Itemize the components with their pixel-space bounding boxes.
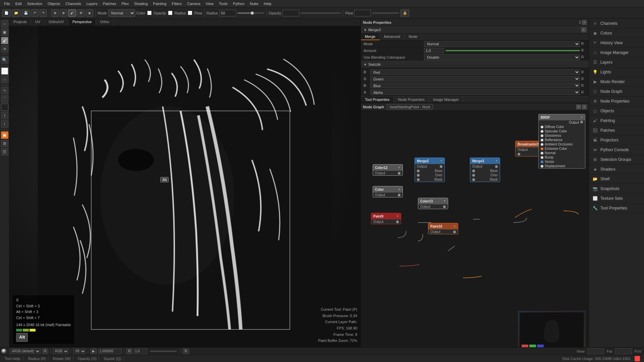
b-reset[interactable]: R	[581, 84, 586, 87]
node-paint9[interactable]: Paint9 + Output	[371, 213, 401, 224]
node-brdf[interactable]: BRDF + Output Diffuse Color Specular Col…	[538, 114, 585, 169]
menu-painting[interactable]: Painting	[150, 1, 169, 6]
opacity-checkbox[interactable]	[147, 11, 152, 15]
main-viewport[interactable]: Alt S Ctrl + Shift + 3 Alt + Shift + 3 C…	[9, 26, 361, 347]
r-btn[interactable]: R	[126, 348, 132, 354]
new-btn[interactable]: 📄	[2, 9, 11, 17]
sidebar-item-projectors[interactable]: 📽 Projectors	[589, 135, 644, 145]
left-btn-square[interactable]: □	[1, 67, 8, 75]
sidebar-item-objects[interactable]: ◻ Objects	[589, 106, 644, 116]
expand-merge3[interactable]: ▼	[364, 28, 367, 32]
mode-reset[interactable]: R	[581, 42, 586, 46]
flow-input[interactable]: 0.11	[354, 10, 371, 16]
opacity-input[interactable]: 1.0	[282, 10, 299, 16]
ng-close-btn[interactable]: ×	[582, 105, 587, 109]
redo-btn[interactable]: ↷	[40, 9, 47, 17]
menu-nuke[interactable]: Nuke	[247, 1, 261, 6]
node-color12[interactable]: Color12 + Output	[373, 164, 403, 176]
menu-edit[interactable]: Edit	[13, 1, 24, 6]
left-btn-select[interactable]: ▣	[1, 28, 8, 36]
tab-node-properties-bottom[interactable]: Node Properties	[394, 97, 429, 103]
left-btn-zoom[interactable]: 🔍	[1, 56, 8, 64]
node-merge2[interactable]: Merge2 + Output Base Over	[415, 158, 445, 182]
left-btn-circle[interactable]: ○	[1, 76, 8, 83]
menu-plex[interactable]: Plex	[119, 1, 131, 6]
b-select[interactable]: Blue	[370, 83, 580, 88]
node-paint10-plus[interactable]: +	[453, 224, 456, 229]
node-merge3[interactable]: Merge3 + Output Base Over	[470, 158, 500, 182]
node-merge3-plus[interactable]: +	[495, 159, 498, 163]
sidebar-item-tool-properties[interactable]: 🔧 Tool Properties	[589, 203, 644, 213]
tab-tool-properties[interactable]: Tool Properties	[361, 97, 394, 103]
sidebar-item-texture-sets[interactable]: ⬜ Texture Sets	[589, 194, 644, 203]
a-select[interactable]: Alpha	[370, 89, 580, 95]
node-color12-plus[interactable]: +	[398, 165, 400, 170]
left-btn-active[interactable]: ▣	[1, 131, 8, 139]
radius-checkbox[interactable]	[168, 11, 172, 15]
left-btn-brush1[interactable]: ∿	[1, 87, 8, 94]
r-channel-btn[interactable]: R	[42, 348, 48, 354]
blending-reset[interactable]: R	[581, 55, 586, 59]
play-btn[interactable]: ▶	[90, 348, 97, 354]
g-reset[interactable]: R	[581, 77, 586, 81]
r-select[interactable]: Red	[370, 69, 580, 75]
menu-selection[interactable]: Selection	[24, 1, 45, 6]
sidebar-item-node-properties[interactable]: ⚙ Node Properties	[589, 97, 644, 106]
section-close-btn[interactable]: ×	[581, 27, 586, 32]
sidebar-item-shaders[interactable]: ◈ Shaders	[589, 165, 644, 174]
node-graph-canvas[interactable]: Color12 + Output Color + Output	[361, 111, 589, 347]
node-merge2-plus[interactable]: +	[440, 159, 442, 163]
sidebar-item-modo-render[interactable]: ▶ Modo Render	[589, 77, 644, 87]
node-paint10[interactable]: Paint10 + Output	[428, 223, 458, 234]
menu-help[interactable]: Help	[261, 1, 274, 6]
sidebar-item-painting[interactable]: 🖌 Painting	[589, 116, 644, 126]
sidebar-item-shelf[interactable]: 📂 Shelf	[589, 174, 644, 184]
tab-projects[interactable]: Projects	[9, 19, 31, 26]
menu-view[interactable]: View	[203, 1, 216, 6]
mode-select[interactable]: Normal	[108, 9, 135, 17]
sidebar-item-selection-groups[interactable]: ⊞ Selection Groups	[589, 155, 644, 165]
node-color[interactable]: Color + Output	[373, 186, 403, 197]
flow-checkbox[interactable]	[188, 11, 192, 15]
sidebar-item-snapshots[interactable]: 📷 Snapshots	[589, 184, 644, 194]
tab-perspective[interactable]: Perspective	[68, 19, 96, 26]
sidebar-item-image-manager[interactable]: □ Image Manager	[589, 48, 644, 58]
near-input[interactable]	[587, 348, 604, 354]
tab-ortho[interactable]: Ortho	[96, 19, 114, 26]
tab-merge[interactable]: Merge	[361, 34, 380, 40]
a-reset[interactable]: R	[581, 90, 586, 94]
menu-camera[interactable]: Camera	[184, 1, 203, 6]
left-btn-transform[interactable]: ↔	[1, 20, 8, 27]
undo-btn[interactable]: ↶	[31, 9, 39, 17]
r-reset[interactable]: R	[581, 70, 586, 74]
sidebar-item-channels[interactable]: ≡ Channels	[589, 19, 644, 28]
tool2-btn[interactable]: ⊗	[60, 9, 67, 17]
left-btn-brush4[interactable]: ≀	[1, 120, 8, 128]
tab-ortho-uv[interactable]: Ortho/UV	[45, 19, 68, 26]
left-btn-paint[interactable]: 🖌	[1, 37, 8, 44]
menu-objects[interactable]: Objects	[45, 1, 63, 6]
tab-advanced[interactable]: Advanced	[380, 34, 405, 40]
tab-image-manager[interactable]: Image Manager	[429, 97, 463, 103]
g-select[interactable]: Green	[370, 76, 580, 81]
opacity-bot-input[interactable]	[134, 348, 147, 354]
menu-layers[interactable]: Layers	[84, 1, 100, 6]
left-btn-smear[interactable]: ≋	[1, 45, 8, 53]
sidebar-item-history-view[interactable]: ↶ History View	[589, 38, 644, 48]
left-btn-options[interactable]: ⊞	[1, 140, 8, 147]
menu-tools[interactable]: Tools	[216, 1, 230, 6]
sidebar-item-layers[interactable]: ☰ Layers	[589, 58, 644, 67]
menu-filters[interactable]: Filters	[169, 1, 184, 6]
far-input[interactable]	[615, 348, 632, 354]
save-btn[interactable]: 💾	[21, 9, 30, 17]
amount-value[interactable]	[424, 48, 444, 53]
blending-select[interactable]: Disable	[424, 54, 580, 60]
node-color13[interactable]: Color13 + Output	[418, 198, 448, 209]
menu-patches[interactable]: Patches	[100, 1, 119, 6]
node-graph-area[interactable]: Node Graph headStartingPoint - Root ↗ ×	[361, 103, 589, 347]
left-btn-color-black[interactable]	[1, 104, 8, 111]
left-btn-layers[interactable]: ☰	[1, 148, 8, 156]
node-color-plus[interactable]: +	[398, 187, 400, 192]
color-profile-select[interactable]: sRGB (default)	[9, 348, 41, 354]
expand-swizzle[interactable]: ▼	[364, 63, 367, 66]
